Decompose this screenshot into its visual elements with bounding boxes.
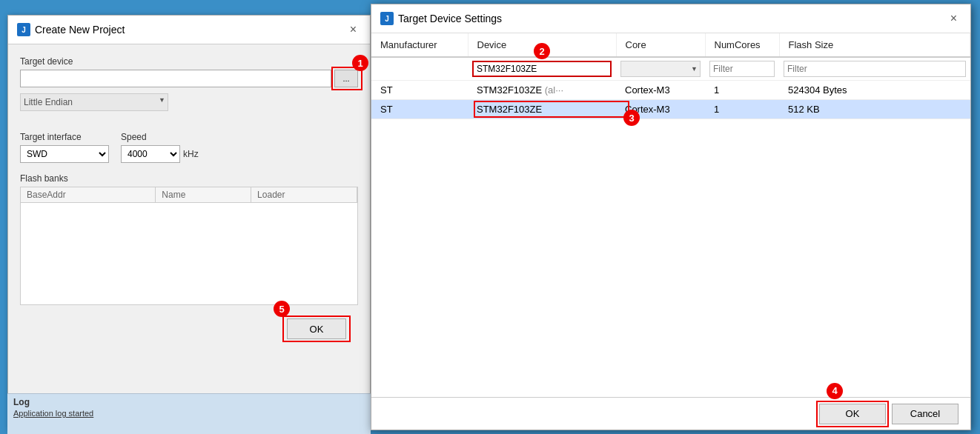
- target-device-input[interactable]: [20, 70, 331, 87]
- annotation-badge-4: 4: [827, 383, 843, 399]
- filter-numcores-cell: [705, 57, 779, 81]
- tsd-title-text: Target Device Settings: [398, 13, 502, 24]
- create-dialog-body: Target device ... 1 Little Endian Target…: [8, 44, 370, 357]
- annotation-badge-2: 2: [534, 43, 550, 59]
- jflash-logo: J: [17, 23, 30, 36]
- core-dropdown-arrow: ▼: [691, 65, 698, 73]
- row1-device-extra: (al···: [545, 84, 563, 96]
- row2-numcores: 1: [705, 100, 779, 119]
- annotation-badge-5: 5: [274, 301, 290, 317]
- log-label: Log: [13, 397, 365, 407]
- row2-flashsize: 512 KB: [779, 100, 970, 119]
- target-interface-label: Target interface: [20, 132, 109, 142]
- create-dialog-close-button[interactable]: ×: [345, 21, 361, 38]
- core-filter-wrapper: ▼: [620, 61, 701, 77]
- annotation-badge-3: 3: [623, 110, 640, 126]
- target-interface-group: Target interface SWD: [20, 132, 109, 163]
- flash-col-name: Name: [156, 187, 251, 203]
- tsd-close-button[interactable]: ×: [946, 10, 961, 27]
- tsd-jflash-logo: J: [380, 12, 394, 25]
- target-device-row: ... 1: [20, 70, 358, 87]
- tsd-cancel-button[interactable]: Cancel: [892, 404, 959, 424]
- row1-manufacturer: ST: [371, 81, 468, 100]
- filter-manufacturer-cell: [371, 57, 468, 81]
- create-ok-row: 5 OK: [20, 313, 358, 345]
- create-ok-button[interactable]: OK: [287, 318, 346, 339]
- speed-group: Speed 4000 kHz: [121, 132, 199, 163]
- tsd-title: J Target Device Settings: [380, 12, 502, 25]
- flash-col-loader: Loader: [251, 187, 357, 203]
- device-table-header-row: Manufacturer Device Core NumCores Flash …: [371, 33, 970, 57]
- filter-device-cell: 2: [468, 57, 616, 81]
- table-row[interactable]: ST STM32F103ZE (al··· Cortex-M3 1 524304…: [371, 81, 970, 100]
- flash-banks-label: Flash banks: [20, 173, 358, 184]
- flash-table-container: BaseAddr Name Loader: [20, 187, 358, 305]
- table-row[interactable]: ST STM32F103ZE 3 Cortex-M3: [371, 100, 970, 119]
- col-numcores: NumCores: [705, 33, 779, 57]
- speed-row: 4000 kHz: [121, 145, 199, 163]
- flashsize-filter-input[interactable]: [784, 61, 966, 77]
- flash-col-baseaddr: BaseAddr: [21, 187, 156, 203]
- target-settings-dialog: J Target Device Settings × Manufacturer …: [371, 4, 971, 430]
- row1-device: STM32F103ZE (al···: [468, 81, 616, 100]
- flash-table: BaseAddr Name Loader: [21, 187, 357, 203]
- log-text: Application log started: [13, 409, 365, 418]
- row1-flashsize: 524304 Bytes: [779, 81, 970, 100]
- speed-select[interactable]: 4000: [121, 145, 180, 163]
- target-device-label: Target device: [20, 56, 358, 67]
- device-table: Manufacturer Device Core NumCores Flash …: [371, 33, 970, 119]
- row1-numcores: 1: [705, 81, 779, 100]
- row2-manufacturer: ST: [371, 100, 468, 119]
- tsd-ok-button[interactable]: OK: [819, 404, 886, 424]
- create-dialog-title-text: Create New Project: [35, 24, 125, 36]
- tsd-footer: 4 OK Cancel: [371, 397, 970, 430]
- tsd-body: Manufacturer Device Core NumCores Flash …: [371, 33, 970, 119]
- khz-unit: kHz: [183, 149, 199, 159]
- target-interface-select[interactable]: SWD: [20, 145, 109, 163]
- annotation-badge-1: 1: [352, 55, 368, 71]
- core-filter-select[interactable]: [620, 61, 701, 77]
- endian-select[interactable]: Little Endian: [20, 93, 168, 111]
- col-manufacturer: Manufacturer: [371, 33, 468, 57]
- tsd-titlebar: J Target Device Settings ×: [371, 4, 970, 33]
- col-flashsize: Flash Size: [779, 33, 970, 57]
- speed-label: Speed: [121, 132, 199, 142]
- create-dialog-titlebar: J Create New Project ×: [8, 16, 370, 44]
- row1-core: Cortex-M3: [616, 81, 705, 100]
- device-filter-input[interactable]: [472, 61, 612, 77]
- row2-device: STM32F103ZE 3: [468, 100, 616, 119]
- create-project-dialog: J Create New Project × Target device ...…: [7, 15, 371, 430]
- filter-core-cell: ▼: [616, 57, 705, 81]
- filter-flashsize-cell: [779, 57, 970, 81]
- filter-row: 2 ▼: [371, 57, 970, 81]
- col-core: Core: [616, 33, 705, 57]
- browse-button[interactable]: ...: [334, 70, 358, 87]
- numcores-filter-input[interactable]: [709, 61, 775, 77]
- create-dialog-title: J Create New Project: [17, 23, 125, 36]
- interface-speed-row: Target interface SWD Speed 4000 kHz: [20, 132, 358, 163]
